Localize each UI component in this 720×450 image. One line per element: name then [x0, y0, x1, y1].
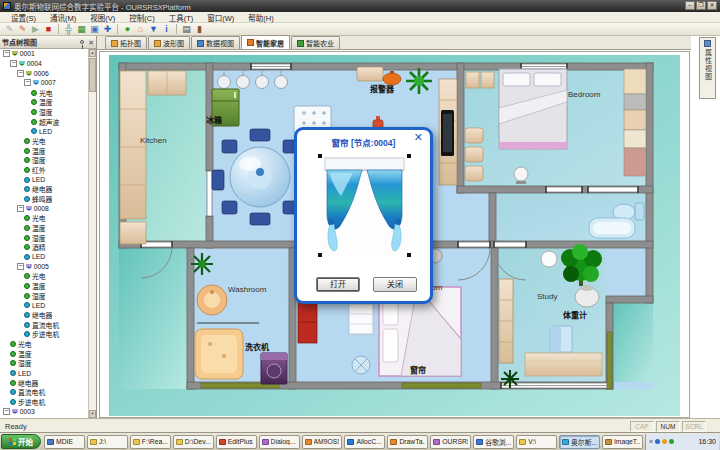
- tree-item[interactable]: 蜂鸣器: [0, 194, 88, 204]
- dialog-close-icon[interactable]: ✕: [414, 132, 423, 143]
- taskbar-item-9[interactable]: OURSRS...: [430, 435, 471, 449]
- tree-item[interactable]: 温度: [0, 97, 88, 107]
- tree-item[interactable]: 温度: [0, 146, 88, 156]
- tree-item[interactable]: LED: [0, 126, 88, 136]
- close-button[interactable]: 关闭: [373, 277, 417, 292]
- scale-label[interactable]: 体重计: [563, 309, 587, 320]
- menu-item-0[interactable]: 设置(S): [4, 12, 43, 23]
- tree-item[interactable]: −Ψ0005: [0, 262, 88, 272]
- alarm-label[interactable]: 报警器: [370, 83, 394, 94]
- move-icon[interactable]: ✚: [101, 23, 114, 35]
- washer-icon[interactable]: [261, 353, 287, 384]
- home-icon[interactable]: ⌂: [134, 23, 147, 35]
- taskbar-item-2[interactable]: F:\Rea...: [130, 435, 171, 449]
- expand-toggle[interactable]: −: [17, 70, 24, 77]
- taskbar-item-4[interactable]: EditPlus: [216, 435, 257, 449]
- tab-0[interactable]: 拓扑图: [105, 36, 147, 49]
- expand-toggle[interactable]: −: [17, 205, 24, 212]
- tree-item[interactable]: −Ψ0001: [0, 49, 88, 59]
- tree-item[interactable]: LED: [0, 300, 88, 310]
- selection-handle[interactable]: [318, 154, 322, 158]
- tree-item[interactable]: −Ψ0006: [0, 68, 88, 78]
- pencil-gray-icon[interactable]: ✎: [3, 23, 16, 35]
- tree-item[interactable]: −Ψ0007: [0, 78, 88, 88]
- tree-item[interactable]: −Ψ0004: [0, 59, 88, 69]
- device-icon[interactable]: ▤: [180, 23, 193, 35]
- taskbar-item-5[interactable]: Dialog...: [259, 435, 300, 449]
- expand-toggle[interactable]: −: [17, 263, 24, 270]
- tray-update-icon[interactable]: [662, 439, 667, 444]
- exit-door-icon[interactable]: ▮: [193, 23, 206, 35]
- tv-icon[interactable]: [441, 110, 454, 156]
- curtain-label[interactable]: 窗帘: [410, 364, 426, 375]
- tree-item[interactable]: 超声波: [0, 117, 88, 127]
- panel-close-icon[interactable]: ✕: [88, 39, 94, 46]
- tree-item[interactable]: −Ψ0003: [0, 407, 88, 417]
- selection-handle[interactable]: [407, 253, 411, 257]
- selection-handle[interactable]: [318, 253, 322, 257]
- tree-item[interactable]: 温度: [0, 349, 88, 359]
- taskbar-item-1[interactable]: J:\: [87, 435, 128, 449]
- expand-toggle[interactable]: −: [24, 79, 31, 86]
- menu-item-4[interactable]: 工具(T): [162, 12, 201, 23]
- tree-item[interactable]: 湿度: [0, 291, 88, 301]
- taskbar-item-3[interactable]: D:\Dev...: [173, 435, 214, 449]
- tree-item[interactable]: 直流电机: [0, 320, 88, 330]
- start-button[interactable]: 开始: [1, 434, 41, 449]
- menu-item-6[interactable]: 帮助(H): [241, 12, 280, 23]
- tree-item[interactable]: 步进电机: [0, 329, 88, 339]
- tree-item[interactable]: 步进电机: [0, 397, 88, 407]
- connect-icon[interactable]: ╬: [62, 23, 75, 35]
- chart-icon[interactable]: ▦: [75, 23, 88, 35]
- tree-item[interactable]: LED: [0, 175, 88, 185]
- menu-item-5[interactable]: 窗口(W): [200, 12, 241, 23]
- taskbar-item-10[interactable]: 谷歌浏...: [473, 435, 514, 449]
- tree-item[interactable]: 继电器: [0, 310, 88, 320]
- pencil-red-icon[interactable]: ✎: [16, 23, 29, 35]
- tray-browser-icon[interactable]: [655, 439, 660, 444]
- tree-item[interactable]: 光电: [0, 88, 88, 98]
- menu-item-1[interactable]: 通讯(M): [43, 12, 83, 23]
- property-view-tab[interactable]: 属性视图: [699, 37, 716, 99]
- taskbar-item-8[interactable]: DrawTa...: [387, 435, 428, 449]
- menu-item-3[interactable]: 控制(C): [122, 12, 161, 23]
- menu-item-2[interactable]: 视图(V): [83, 12, 122, 23]
- stop-icon[interactable]: ■: [42, 23, 55, 35]
- tree-item[interactable]: 继电器: [0, 378, 88, 388]
- scroll-thumb[interactable]: [89, 58, 96, 92]
- tree-scrollbar[interactable]: ▲ ▼: [88, 49, 96, 418]
- pin-icon[interactable]: [80, 40, 84, 44]
- tree-item[interactable]: 温度: [0, 281, 88, 291]
- tray-chevron-icon[interactable]: «: [649, 438, 653, 445]
- maximize-button[interactable]: ❐: [696, 1, 706, 10]
- window-icon[interactable]: ▣: [88, 23, 101, 35]
- close-button[interactable]: ✕: [707, 1, 717, 10]
- open-button[interactable]: 打开: [316, 277, 360, 292]
- tree-item[interactable]: 继电器: [0, 184, 88, 194]
- taskbar-item-7[interactable]: AllocC...: [344, 435, 385, 449]
- taskbar-item-13[interactable]: ImageT...: [602, 435, 643, 449]
- scroll-down-icon[interactable]: ▼: [89, 410, 96, 418]
- tree-item[interactable]: 湿度: [0, 359, 88, 369]
- expand-toggle[interactable]: −: [10, 60, 17, 67]
- taskbar-item-11[interactable]: V:\: [516, 435, 557, 449]
- tab-2[interactable]: 数据视图: [191, 36, 240, 49]
- tree-item[interactable]: 光电: [0, 213, 88, 223]
- washer-label[interactable]: 洗衣机: [245, 341, 269, 352]
- tree-item[interactable]: 温度: [0, 223, 88, 233]
- tree-item[interactable]: 光电: [0, 271, 88, 281]
- tree-item[interactable]: −Ψ0008: [0, 204, 88, 214]
- tab-4[interactable]: 智能农业: [291, 36, 340, 49]
- tree-item[interactable]: 光电: [0, 339, 88, 349]
- selection-handle[interactable]: [407, 154, 411, 158]
- fridge-label[interactable]: 冰箱: [206, 114, 222, 125]
- tree-item[interactable]: 直流电机: [0, 388, 88, 398]
- expand-toggle[interactable]: −: [3, 50, 10, 57]
- play-icon[interactable]: ▶: [29, 23, 42, 35]
- taskbar-item-12[interactable]: 奥尔斯...: [559, 435, 600, 449]
- info-icon[interactable]: i: [160, 23, 173, 35]
- tab-1[interactable]: 波形图: [148, 36, 190, 49]
- tab-3[interactable]: 智能家居: [241, 35, 290, 49]
- run-node-icon[interactable]: ●: [121, 23, 134, 35]
- taskbar-item-6[interactable]: AM9OSS...: [302, 435, 343, 449]
